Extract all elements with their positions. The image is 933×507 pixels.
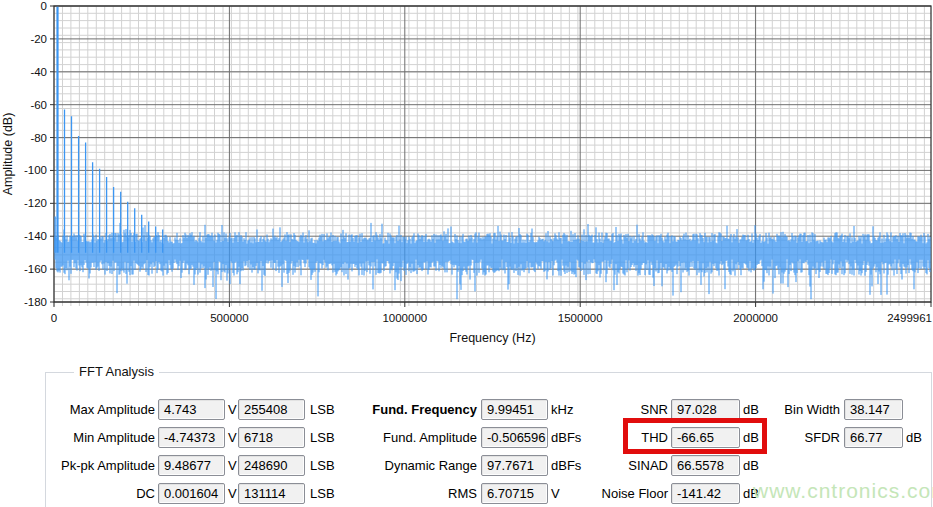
svg-text:0: 0 (51, 312, 57, 324)
dc-lsb-field[interactable]: 131114 (238, 483, 305, 504)
sfdr-field[interactable]: 66.77 (844, 427, 903, 448)
dynamic-range-field[interactable]: 97.7671 (481, 455, 548, 476)
sfdr-unit: dB (906, 427, 922, 448)
pkpk-amplitude-lsb-unit: LSB (310, 455, 335, 476)
fft-spectrum-plot: 0-20-40-60-80-100-120-140-160-1800500000… (0, 0, 933, 352)
bin-width-field[interactable]: 38.147 (844, 399, 903, 420)
pkpk-amplitude-v-field[interactable]: 9.48677 (158, 455, 225, 476)
panel-title: FFT Analysis (74, 364, 159, 379)
svg-text:Amplitude (dB): Amplitude (dB) (1, 113, 15, 196)
fund-frequency-field[interactable]: 9.99451 (481, 399, 548, 420)
max-amplitude-label: Max Amplitude (30, 399, 155, 420)
max-amplitude-lsb-field[interactable]: 255408 (238, 399, 305, 420)
fft-analyzer-window: 0-20-40-60-80-100-120-140-160-1800500000… (0, 0, 933, 507)
thd-highlight-box (623, 418, 767, 454)
svg-text:-80: -80 (30, 132, 47, 144)
pkpk-amplitude-v-unit: V (228, 455, 237, 476)
min-amplitude-lsb-field[interactable]: 6718 (238, 427, 305, 448)
min-amplitude-lsb-unit: LSB (310, 427, 335, 448)
sinad-unit: dB (743, 455, 759, 476)
bin-width-label: Bin Width (750, 399, 840, 420)
svg-text:1000000: 1000000 (382, 312, 427, 324)
noise-floor-field[interactable]: -141.42 (671, 483, 740, 504)
svg-text:-180: -180 (24, 296, 47, 308)
fund-amplitude-field[interactable]: -0.506596 (481, 427, 548, 448)
dc-label: DC (30, 483, 155, 504)
svg-text:-120: -120 (24, 197, 47, 209)
svg-text:500000: 500000 (210, 312, 248, 324)
rms-unit: V (551, 483, 560, 504)
svg-text:-100: -100 (24, 164, 47, 176)
dc-v-field[interactable]: 0.001604 (158, 483, 225, 504)
dc-v-unit: V (228, 483, 237, 504)
dc-lsb-unit: LSB (310, 483, 335, 504)
svg-text:Frequency (Hz): Frequency (Hz) (449, 331, 535, 345)
rms-field[interactable]: 6.70715 (481, 483, 548, 504)
svg-text:-40: -40 (30, 66, 47, 78)
svg-text:-60: -60 (30, 99, 47, 111)
svg-text:0: 0 (41, 0, 47, 12)
svg-text:-160: -160 (24, 263, 47, 275)
noise-floor-label: Noise Floor (560, 483, 668, 504)
pkpk-amplitude-lsb-field[interactable]: 248690 (238, 455, 305, 476)
min-amplitude-v-field[interactable]: -4.74373 (158, 427, 225, 448)
sinad-label: SINAD (560, 455, 668, 476)
svg-text:1500000: 1500000 (558, 312, 603, 324)
sinad-field[interactable]: 66.5578 (671, 455, 740, 476)
min-amplitude-v-unit: V (228, 427, 237, 448)
svg-text:-20: -20 (30, 33, 47, 45)
svg-text:-140: -140 (24, 230, 47, 242)
rms-label: RMS (340, 483, 477, 504)
fund-frequency-label: Fund. Frequency (340, 399, 477, 420)
min-amplitude-label: Min Amplitude (30, 427, 155, 448)
dynamic-range-label: Dynamic Range (340, 455, 477, 476)
fund-amplitude-label: Fund. Amplitude (340, 427, 477, 448)
max-amplitude-v-field[interactable]: 4.743 (158, 399, 225, 420)
watermark-text: www.cntronics.com (753, 479, 933, 503)
snr-field[interactable]: 97.028 (671, 399, 740, 420)
max-amplitude-v-unit: V (228, 399, 237, 420)
svg-text:2000000: 2000000 (733, 312, 778, 324)
max-amplitude-lsb-unit: LSB (310, 399, 335, 420)
pkpk-amplitude-label: Pk-pk Amplitude (30, 455, 155, 476)
snr-label: SNR (560, 399, 668, 420)
svg-text:2499961: 2499961 (887, 312, 932, 324)
